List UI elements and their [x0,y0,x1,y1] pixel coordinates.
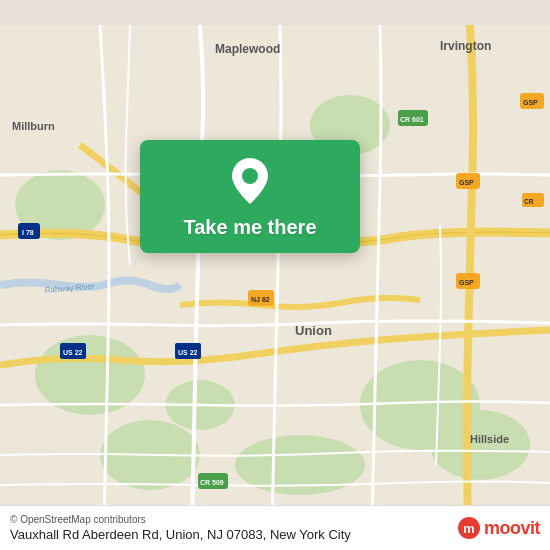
svg-text:CR: CR [524,198,534,205]
svg-point-2 [430,410,530,480]
address-text: Vauxhall Rd Aberdeen Rd, Union, NJ 07083… [10,527,351,542]
map-container: Rahway River I 78 NJ 124 [0,0,550,550]
svg-text:Maplewood: Maplewood [215,42,280,56]
svg-text:GSP: GSP [459,179,474,186]
svg-text:GSP: GSP [523,99,538,106]
map-background: Rahway River I 78 NJ 124 [0,0,550,550]
moovit-logo: m moovit [458,517,540,539]
svg-text:NJ 82: NJ 82 [251,296,270,303]
pin-icon-wrapper [232,158,268,208]
svg-text:m: m [463,521,474,536]
svg-text:US 22: US 22 [63,349,83,356]
svg-text:CR 601: CR 601 [400,116,424,123]
bottom-left: © OpenStreetMap contributors Vauxhall Rd… [10,514,351,542]
svg-text:Irvington: Irvington [440,39,491,53]
svg-text:I 78: I 78 [22,229,34,236]
moovit-text: moovit [484,518,540,539]
bottom-bar: © OpenStreetMap contributors Vauxhall Rd… [0,505,550,550]
svg-point-37 [242,168,258,184]
svg-text:CR 509: CR 509 [200,479,224,486]
svg-text:Millburn: Millburn [12,120,55,132]
osm-attribution: © OpenStreetMap contributors [10,514,351,525]
svg-text:GSP: GSP [459,279,474,286]
svg-text:Hillside: Hillside [470,433,509,445]
location-pin-icon [232,158,268,204]
take-me-there-overlay: Take me there [140,140,360,253]
svg-text:Union: Union [295,323,332,338]
moovit-icon: m [458,517,480,539]
svg-text:US 22: US 22 [178,349,198,356]
take-me-there-button[interactable]: Take me there [183,216,316,239]
